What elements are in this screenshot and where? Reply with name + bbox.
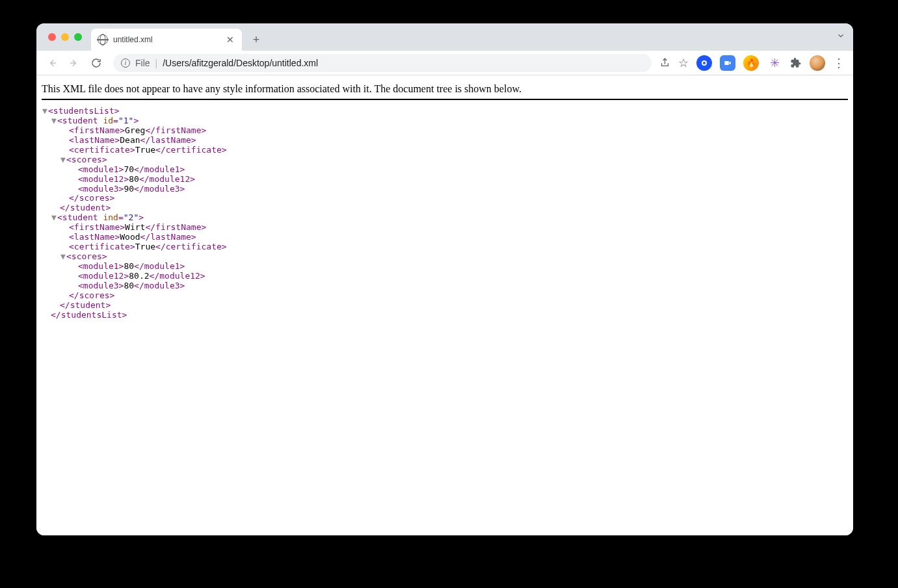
- page-content: This XML file does not appear to have an…: [36, 75, 853, 535]
- collapse-caret[interactable]: ▼: [42, 107, 48, 116]
- xml-line: <lastName>Wood</lastName>: [42, 233, 853, 242]
- xml-line: <module1>80</module1>: [42, 262, 853, 272]
- collapse-caret[interactable]: ▼: [60, 155, 66, 165]
- xml-line: ▼<scores>: [42, 252, 853, 262]
- xml-line: <certificate>True</certificate>: [42, 146, 853, 155]
- xml-line: <certificate>True</certificate>: [42, 242, 853, 252]
- reload-button[interactable]: [87, 54, 105, 72]
- forward-button[interactable]: [65, 54, 83, 72]
- url-scheme: File: [135, 58, 150, 68]
- xml-line: </scores>: [42, 291, 853, 301]
- tab-strip: untitled.xml ✕ +: [36, 23, 853, 51]
- window-maximize-button[interactable]: [74, 33, 82, 41]
- xml-line: <module12>80</module12>: [42, 175, 853, 185]
- extension-video-icon[interactable]: [720, 55, 735, 71]
- extensions-button[interactable]: [790, 57, 802, 69]
- back-button[interactable]: [43, 54, 61, 72]
- browser-tab[interactable]: untitled.xml ✕: [91, 29, 242, 51]
- xml-line: </student>: [42, 203, 853, 213]
- extension-circle-blue-icon[interactable]: [696, 55, 712, 71]
- url-path: /Users/afitzgerald/Desktop/untitled.xml: [163, 58, 318, 68]
- xml-line: ▼<scores>: [42, 155, 853, 165]
- xml-line: </studentsList>: [42, 311, 853, 320]
- browser-menu-button[interactable]: ⋮: [833, 56, 844, 70]
- window-controls: [44, 23, 91, 51]
- url-divider: |: [155, 58, 158, 68]
- chevron-down-icon: [836, 31, 845, 40]
- browser-window: untitled.xml ✕ + i File | /Users/afitzge…: [36, 23, 853, 535]
- xml-line: <firstName>Wirt</firstName>: [42, 223, 853, 233]
- collapse-caret[interactable]: ▼: [51, 116, 57, 126]
- extension-flame-icon[interactable]: 🔥: [743, 55, 759, 71]
- xml-line: <firstName>Greg</firstName>: [42, 126, 853, 136]
- xml-line: ▼<studentsList>: [42, 107, 853, 116]
- arrow-left-icon: [46, 57, 58, 69]
- xml-line: <module1>70</module1>: [42, 165, 853, 175]
- globe-icon: [98, 34, 108, 45]
- notice-divider: [42, 99, 848, 100]
- window-close-button[interactable]: [48, 33, 56, 41]
- xml-line: </student>: [42, 301, 853, 311]
- camera-icon: [723, 58, 732, 68]
- window-minimize-button[interactable]: [61, 33, 69, 41]
- site-info-icon[interactable]: i: [121, 58, 130, 68]
- xml-tree: ▼<studentsList>▼<student id="1"><firstNa…: [36, 107, 853, 320]
- tabs-dropdown-button[interactable]: [836, 31, 845, 43]
- extension-asterisk-icon[interactable]: ✳: [767, 55, 782, 71]
- toolbar-actions: ☆ 🔥 ✳ ⋮: [659, 55, 847, 71]
- xml-line: <module12>80.2</module12>: [42, 272, 853, 281]
- puzzle-icon: [790, 57, 802, 69]
- tab-close-button[interactable]: ✕: [225, 34, 235, 45]
- xml-line: <lastName>Dean</lastName>: [42, 136, 853, 146]
- xml-line: <module3>90</module3>: [42, 185, 853, 194]
- reload-icon: [90, 57, 102, 69]
- profile-avatar[interactable]: [810, 55, 825, 71]
- share-icon: [659, 57, 670, 68]
- collapse-caret[interactable]: ▼: [51, 213, 57, 223]
- xml-line: <module3>80</module3>: [42, 281, 853, 291]
- new-tab-button[interactable]: +: [247, 31, 265, 49]
- bookmark-button[interactable]: ☆: [678, 56, 689, 70]
- xml-line: ▼<student ind="2">: [42, 213, 853, 223]
- address-bar[interactable]: i File | /Users/afitzgerald/Desktop/unti…: [113, 54, 652, 72]
- tab-title: untitled.xml: [113, 35, 220, 44]
- xml-line: </scores>: [42, 194, 853, 203]
- share-button[interactable]: [659, 57, 670, 68]
- xml-line: ▼<student id="1">: [42, 116, 853, 126]
- browser-toolbar: i File | /Users/afitzgerald/Desktop/unti…: [36, 51, 853, 75]
- arrow-right-icon: [68, 57, 80, 69]
- collapse-caret[interactable]: ▼: [60, 252, 66, 262]
- xml-notice: This XML file does not appear to have an…: [36, 81, 853, 99]
